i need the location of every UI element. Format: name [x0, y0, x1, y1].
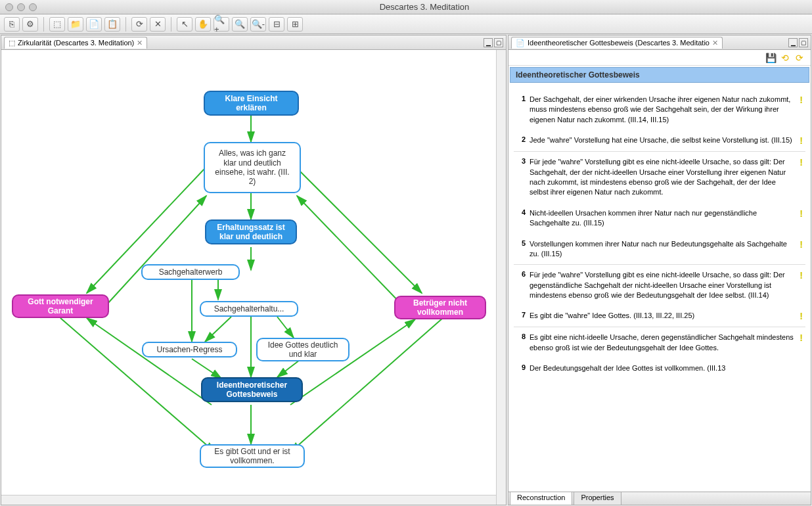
warning-icon: ! — [800, 333, 803, 343]
node-alles-klar[interactable]: Alles, was ich ganz klar und deutlich ei… — [204, 142, 301, 193]
proposition-item[interactable]: 8Es gibt eine nicht-ideelle Ursache, der… — [514, 327, 805, 358]
vertical-scrollbar[interactable] — [496, 50, 506, 505]
toolbar-separator — [171, 17, 171, 32]
toolbar-separator — [125, 17, 126, 32]
proposition-item[interactable]: 7Es gibt die "wahre" Idee Gottes. (III.1… — [514, 306, 805, 327]
toolbar-button-delete[interactable]: ✕ — [150, 17, 166, 32]
node-sachgehalterhaltung[interactable]: Sachgehalterhaltu... — [200, 301, 298, 317]
window-title: Descartes 3. Meditation — [37, 2, 812, 12]
nav-back-icon[interactable]: ⟲ — [779, 52, 791, 64]
diagram-pane: ⬚ Zirkularität (Descartes 3. Meditation)… — [1, 35, 507, 505]
titlebar: Descartes 3. Meditation — [0, 0, 812, 14]
toolbar-button-zoomfit[interactable]: ⊟ — [269, 17, 284, 32]
svg-line-14 — [290, 319, 415, 405]
tab-properties[interactable]: Properties — [574, 492, 621, 505]
window-controls — [0, 3, 37, 11]
left-tab-row: ⬚ Zirkularität (Descartes 3. Meditation)… — [1, 35, 506, 50]
toolbar-button-3[interactable]: 📁 — [68, 17, 83, 32]
proposition-item[interactable]: 6Für jede "wahre" Vorstellung gibt es ei… — [514, 265, 805, 306]
toolbar-button-pan[interactable]: ✋ — [195, 17, 211, 32]
warning-icon: ! — [800, 270, 803, 281]
warning-icon: ! — [800, 135, 803, 146]
toolbar-button-0[interactable]: ⎘ — [4, 17, 20, 32]
zoom-window-icon[interactable] — [29, 3, 37, 11]
toolbar-button-5[interactable]: 📋 — [104, 17, 120, 32]
proposition-item[interactable]: 9Der Bedeutungsgehalt der Idee Gottes is… — [514, 358, 805, 379]
svg-line-13 — [87, 318, 212, 405]
left-tab[interactable]: ⬚ Zirkularität (Descartes 3. Meditation)… — [4, 37, 147, 49]
main-toolbar: ⎘ ⚙ ⬚ 📁 📄 📋 ⟳ ✕ ↖ ✋ 🔍+ 🔍 🔍- ⊟ ⊞ — [0, 14, 812, 34]
node-sachgehalterwerb[interactable]: Sachgehalterwerb — [141, 264, 240, 280]
toolbar-button-zoom[interactable]: 🔍 — [232, 17, 248, 32]
toolbar-button-layout[interactable]: ⊞ — [287, 17, 303, 32]
proposition-item[interactable]: 4Nicht-ideellen Ursachen kommen ihrer Na… — [514, 203, 805, 234]
node-erhaltungssatz[interactable]: Erhaltungssatz ist klar und deutlich — [205, 219, 297, 244]
toolbar-separator — [43, 17, 44, 32]
warning-icon: ! — [800, 311, 803, 321]
maximize-pane-icon[interactable]: ▢ — [494, 38, 503, 47]
node-klare-einsicht[interactable]: Klare Einsicht erklären — [204, 91, 299, 116]
toolbar-button-select[interactable]: ↖ — [177, 17, 192, 32]
toolbar-button-zoomout[interactable]: 🔍- — [250, 17, 266, 32]
right-tab[interactable]: 📄 Ideentheoretischer Gottesbeweis (Desca… — [511, 37, 723, 49]
nav-forward-icon[interactable]: ⟳ — [794, 52, 805, 64]
minimize-window-icon[interactable] — [17, 3, 25, 11]
close-tab-icon[interactable]: ✕ — [712, 39, 718, 47]
minimize-pane-icon[interactable]: ▁ — [788, 38, 798, 47]
content-area: ⬚ Zirkularität (Descartes 3. Meditation)… — [0, 34, 812, 506]
proposition-item[interactable]: 2Jede "wahre" Vorstellung hat eine Ursac… — [514, 130, 805, 152]
node-betrueger[interactable]: Betrüger nicht vollkommen — [394, 296, 486, 319]
minimize-pane-icon[interactable]: ▁ — [484, 38, 493, 47]
maximize-pane-icon[interactable]: ▢ — [799, 38, 808, 47]
tab-icon: 📄 — [516, 39, 525, 47]
right-tab-row: 📄 Ideentheoretischer Gottesbeweis (Desca… — [508, 35, 811, 50]
pane-controls: ▁ ▢ — [484, 38, 503, 47]
properties-pane: 📄 Ideentheoretischer Gottesbeweis (Desca… — [508, 35, 811, 505]
node-es-gibt-gott[interactable]: Es gibt Gott und er ist vollkommen. — [200, 444, 305, 468]
toolbar-button-zoomin[interactable]: 🔍+ — [214, 17, 229, 32]
svg-line-9 — [277, 317, 294, 338]
proposition-item[interactable]: 5Vorstellungen kommen ihrer Natur nach n… — [514, 234, 805, 265]
right-tab-label: Ideentheoretischer Gottesbeweis (Descart… — [528, 39, 710, 47]
close-window-icon[interactable] — [5, 3, 13, 11]
warning-icon: ! — [800, 208, 803, 219]
left-tab-label: Zirkularität (Descartes 3. Meditation) — [18, 39, 134, 47]
app-window: Descartes 3. Meditation ⎘ ⚙ ⬚ 📁 📄 📋 ⟳ ✕ … — [0, 0, 812, 506]
warning-icon: ! — [800, 95, 803, 105]
svg-line-3 — [297, 168, 422, 293]
tab-icon: ⬚ — [9, 39, 15, 47]
toolbar-button-4[interactable]: 📄 — [86, 17, 102, 32]
save-icon[interactable]: 💾 — [765, 52, 777, 64]
proposition-item[interactable]: 1Der Sachgehalt, der einer wirkenden Urs… — [514, 89, 805, 130]
right-toolbar: 💾 ⟲ ⟳ — [508, 50, 811, 66]
tab-reconstruction[interactable]: Reconstruction — [510, 492, 572, 505]
toolbar-button-refresh[interactable]: ⟳ — [131, 17, 147, 32]
toolbar-button-2[interactable]: ⬚ — [49, 17, 65, 32]
warning-icon: ! — [800, 157, 803, 168]
node-idee-gottes[interactable]: Idee Gottes deutlich und klar — [256, 338, 350, 361]
node-gott-garant[interactable]: Gott notwendiger Garant — [12, 294, 109, 318]
proposition-list[interactable]: 1Der Sachgehalt, der einer wirkenden Urs… — [508, 84, 811, 492]
node-ideentheoretischer-gottesbeweis[interactable]: Ideentheoretischer Gottesbeweis — [201, 377, 303, 402]
horizontal-scrollbar[interactable] — [1, 495, 496, 505]
diagram-canvas[interactable]: Klare Einsicht erklären Alles, was ich g… — [1, 50, 506, 505]
svg-line-18 — [297, 196, 402, 305]
svg-line-10 — [192, 359, 221, 379]
toolbar-button-1[interactable]: ⚙ — [22, 17, 38, 32]
close-tab-icon[interactable]: ✕ — [137, 39, 143, 47]
warning-icon: ! — [800, 239, 803, 250]
node-ursachen-regress[interactable]: Ursachen-Regress — [142, 342, 237, 357]
edges-layer — [1, 50, 501, 505]
proposition-item[interactable]: 3Für jede "wahre" Vorstellung gibt es ei… — [514, 152, 805, 203]
svg-line-11 — [277, 360, 300, 377]
bottom-tab-row: Reconstruction Properties — [508, 492, 811, 505]
svg-line-8 — [205, 317, 231, 342]
section-header: Ideentheoretischer Gottesbeweis — [510, 67, 809, 83]
pane-controls: ▁ ▢ — [788, 38, 808, 47]
